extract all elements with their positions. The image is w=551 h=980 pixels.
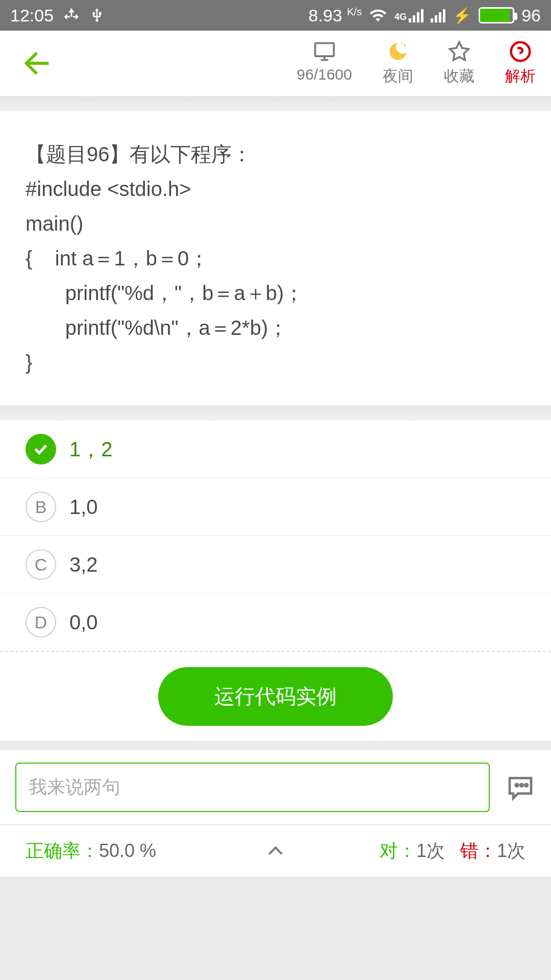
run-area: 运行代码实例 [0, 652, 551, 742]
comment-area: 我来说两句 [0, 750, 551, 825]
option-letter: C [26, 549, 56, 580]
moon-icon [386, 40, 410, 63]
svg-point-4 [511, 42, 530, 61]
option-b[interactable]: B 1,0 [0, 478, 551, 536]
chevron-up-icon[interactable] [260, 841, 291, 861]
option-text: 1，2 [69, 435, 113, 463]
counter-label: 96/1600 [297, 66, 352, 83]
battery-percent: 96 [521, 6, 541, 26]
option-letter: D [26, 607, 56, 638]
usb-icon [89, 6, 105, 24]
question-line: } [26, 345, 525, 380]
favorite-item[interactable]: 收藏 [444, 40, 474, 87]
status-bar: 12:05 8.93 K/s 4G ⚡ 96 [0, 0, 551, 31]
wifi-icon [369, 6, 387, 24]
correct-label: 对： [380, 840, 416, 861]
option-c[interactable]: C 3,2 [0, 536, 551, 594]
option-a[interactable]: 1，2 [0, 421, 551, 478]
question-line: 【题目96】有以下程序： [26, 137, 525, 172]
question-line: #include <stdio.h> [26, 172, 525, 206]
svg-point-1 [404, 44, 406, 46]
analysis-item[interactable]: 解析 [505, 40, 536, 87]
comment-icon[interactable] [505, 773, 536, 802]
option-d[interactable]: D 0,0 [0, 594, 551, 652]
accuracy-value: 50.0 % [99, 840, 156, 861]
divider [0, 742, 551, 750]
wrong-value: 1次 [497, 840, 525, 861]
help-icon [508, 40, 533, 63]
wrong-label: 错： [460, 840, 497, 861]
counter-item[interactable]: 96/1600 [297, 40, 352, 87]
share-icon [63, 7, 80, 24]
status-time: 12:05 [10, 6, 54, 26]
check-icon [26, 434, 56, 464]
star-icon [447, 40, 471, 63]
divider [0, 406, 551, 421]
bottom-stats-bar[interactable]: 正确率：50.0 % 对：1次 错：1次 [0, 825, 551, 876]
option-text: 1,0 [69, 496, 98, 519]
question-card: 【题目96】有以下程序： #include <stdio.h> main() {… [0, 111, 551, 406]
question-line: main() [26, 206, 525, 241]
signal-icon [431, 8, 445, 22]
signal-4g: 4G [394, 8, 423, 22]
toolbar: 96/1600 夜间 收藏 解析 [0, 31, 551, 97]
options-list: 1，2 B 1,0 C 3,2 D 0,0 [0, 421, 551, 652]
comment-input[interactable]: 我来说两句 [15, 763, 490, 812]
svg-rect-0 [315, 43, 334, 56]
correct-value: 1次 [416, 840, 445, 861]
back-button[interactable] [20, 45, 56, 81]
night-label: 夜间 [383, 66, 413, 87]
svg-point-2 [401, 42, 403, 44]
divider [0, 97, 551, 111]
run-code-button[interactable]: 运行代码实例 [158, 667, 393, 726]
option-text: 0,0 [69, 611, 98, 634]
battery-icon [479, 7, 514, 23]
net-speed: 8.93 K/s [309, 6, 362, 26]
accuracy-label: 正确率： [26, 840, 99, 861]
svg-point-7 [525, 784, 528, 787]
option-letter: B [26, 492, 56, 522]
night-mode-item[interactable]: 夜间 [383, 40, 413, 87]
question-line: printf("%d，"，b＝a＋b)； [26, 276, 525, 310]
svg-marker-3 [450, 42, 469, 60]
question-line: { int a＝1，b＝0； [26, 241, 525, 276]
analysis-label: 解析 [505, 66, 536, 87]
question-line: printf("%d\n"，a＝2*b)； [26, 310, 525, 345]
monitor-icon [311, 40, 338, 63]
option-text: 3,2 [69, 553, 98, 576]
svg-point-6 [520, 784, 523, 787]
svg-point-5 [516, 784, 518, 787]
charging-icon: ⚡ [453, 7, 471, 24]
fav-label: 收藏 [444, 66, 474, 87]
